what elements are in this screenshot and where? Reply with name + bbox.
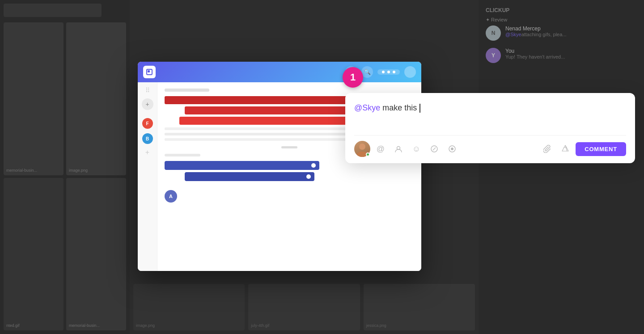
mention-1: @Skye: [505, 32, 521, 37]
online-indicator: [366, 152, 370, 156]
sidebar-title: CLICKUP: [486, 7, 637, 13]
drive-icon[interactable]: [558, 141, 573, 156]
number-badge: 1: [343, 67, 363, 88]
svg-point-0: [359, 144, 365, 150]
slash-icon[interactable]: [427, 141, 442, 156]
emoji-icon[interactable]: ☺: [409, 141, 424, 156]
bottom-left-avatar: A: [165, 190, 414, 203]
app-logo[interactable]: [143, 66, 156, 78]
sidebar-review-label: ✦ Review: [486, 17, 637, 23]
drag-handle-icon[interactable]: ⠿: [145, 87, 150, 94]
bottom-tile-3: jessica.png: [366, 323, 386, 328]
cursor: [419, 104, 420, 113]
mention-text: @Skye: [354, 103, 380, 112]
attach-icon[interactable]: [540, 141, 555, 156]
avatar-header[interactable]: [404, 66, 416, 78]
avatar-1: N: [486, 25, 501, 41]
comment-input[interactable]: @Skye make this: [354, 102, 626, 129]
bottom-tile-1: image.png: [136, 323, 155, 328]
svg-line-4: [433, 148, 436, 150]
avatar-2: Y: [486, 48, 501, 63]
comment-toolbar: @ ☺: [354, 135, 626, 157]
app-header: 🔔 🔍: [138, 62, 421, 82]
user-avatar: [354, 141, 370, 157]
tile-label-4: memorial-busin...: [69, 323, 123, 328]
commenter-name-1: Nenad Mercep: [505, 25, 567, 32]
svg-point-6: [451, 148, 453, 150]
tile-label-3: nted.gif: [6, 323, 61, 328]
assignee-icon[interactable]: [391, 141, 406, 156]
comment-popup: @Skye make this @ ☺: [345, 93, 635, 163]
card-left-sidebar: ⠿ + F B +: [138, 82, 157, 271]
tile-label-2: image.png: [69, 168, 123, 173]
nav-wide-btn[interactable]: [377, 69, 400, 75]
comment-item-1: N Nenad Mercep @Skyeattaching gifs, plea…: [486, 25, 637, 41]
record-icon[interactable]: [445, 141, 460, 156]
comment-text-2: Yup! They haven't arrived...: [505, 54, 565, 59]
comment-item-2: Y You Yup! They haven't arrived...: [486, 48, 637, 63]
sidebar-avatar-b: B: [142, 133, 153, 144]
sidebar-add-icon[interactable]: +: [145, 148, 149, 156]
commenter-name-2: You: [505, 48, 565, 54]
comment-body: make this: [380, 103, 419, 112]
sidebar-avatar-f: F: [142, 118, 153, 129]
bottom-tile-2: july-4th.gif: [251, 323, 269, 328]
add-task-btn[interactable]: +: [142, 98, 153, 110]
tile-label-1: memorial-busin...: [6, 168, 61, 173]
comment-text-1: attaching gifs, plea...: [521, 32, 567, 37]
gantt-blue-section: [165, 161, 414, 181]
right-sidebar: CLICKUP ✦ Review N Nenad Mercep @Skyeatt…: [479, 0, 644, 334]
comment-button[interactable]: COMMENT: [576, 142, 626, 156]
at-icon[interactable]: @: [373, 141, 388, 156]
